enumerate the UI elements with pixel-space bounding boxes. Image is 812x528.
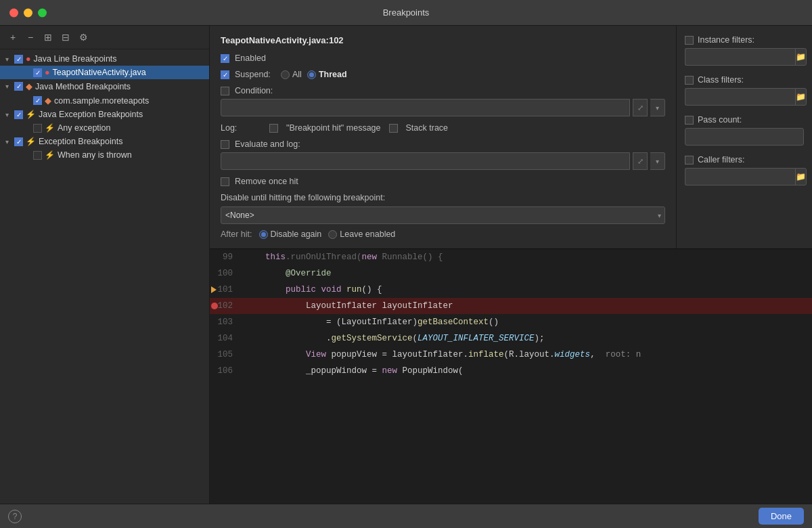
evaluate-label: Evaluate and log: xyxy=(235,139,300,149)
sample-checkbox[interactable]: ✓ xyxy=(33,96,42,105)
caller-browse-button[interactable]: 📁 xyxy=(795,168,807,185)
instance-input[interactable] xyxy=(685,48,795,66)
tree-item-sample[interactable]: ✓ ◆ com.sample.moreteapots xyxy=(0,93,209,108)
class-input-row: 📁 xyxy=(685,88,804,106)
exception-bp-checkbox[interactable]: ✓ xyxy=(14,137,23,146)
suspend-thread-radio[interactable] xyxy=(307,70,316,79)
config-title: TeapotNativeActivity.java:102 xyxy=(221,35,665,45)
after-hit-leave-radio[interactable] xyxy=(328,230,337,239)
java-method-checkbox[interactable]: ✓ xyxy=(14,82,23,91)
tree-item-any-exception[interactable]: ⚡ Any exception xyxy=(0,121,209,135)
caller-input[interactable] xyxy=(685,168,795,185)
exception-bp-label: Exception Breakpoints xyxy=(39,137,122,146)
class-filters-section: Class filters: 📁 xyxy=(685,75,804,106)
group-button[interactable]: ⊞ xyxy=(41,30,55,45)
maximize-button[interactable] xyxy=(38,8,47,17)
log-message-checkbox[interactable] xyxy=(269,124,278,133)
tree-arrow-java-line: ▾ xyxy=(5,56,12,63)
instance-input-row: 📁 xyxy=(685,48,804,66)
pass-checkbox[interactable] xyxy=(685,116,694,125)
code-line-106: 106 _popupWindow = new PopupWindow( xyxy=(210,363,812,379)
java-exception-checkbox[interactable]: ✓ xyxy=(14,110,23,119)
evaluate-input[interactable] xyxy=(221,152,630,170)
enabled-checkbox[interactable]: ✓ xyxy=(221,54,229,63)
tree-item-when-any-thrown[interactable]: ⚡ When any is thrown xyxy=(0,148,209,162)
condition-expand-button[interactable]: ⤢ xyxy=(633,99,648,116)
java-line-icon: ● xyxy=(26,54,31,64)
close-button[interactable] xyxy=(9,8,18,17)
after-hit-row: After hit: Disable again Leave enabled xyxy=(221,229,665,239)
enabled-label: Enabled xyxy=(235,53,275,63)
suspend-all-radio[interactable] xyxy=(281,70,290,79)
when-any-icon: ⚡ xyxy=(45,150,55,160)
line-num-99: 99 xyxy=(210,252,240,262)
instance-checkbox[interactable] xyxy=(685,36,694,45)
done-button[interactable]: Done xyxy=(759,508,804,525)
condition-input[interactable] xyxy=(221,99,630,116)
class-checkbox[interactable] xyxy=(685,76,694,85)
code-area: 99 this.runOnUiThread(new Runnable() { 1… xyxy=(210,248,812,528)
tree-group-java-line[interactable]: ▾ ✓ ● Java Line Breakpoints xyxy=(0,52,209,66)
remove-once-row: Remove once hit xyxy=(221,177,665,186)
filter-button[interactable]: ⊟ xyxy=(58,30,73,45)
code-line-103: 103 = (LayoutInflater)getBaseContext() xyxy=(210,314,812,330)
code-content-105: View popupView = layoutInflater.inflate(… xyxy=(240,350,641,359)
line-num-102: 102 xyxy=(210,301,240,311)
title-bar: Breakpoints xyxy=(0,0,812,26)
evaluate-checkbox[interactable] xyxy=(221,140,229,149)
java-line-checkbox[interactable]: ✓ xyxy=(14,55,23,64)
log-label: Log: xyxy=(221,123,261,133)
line-num-106: 106 xyxy=(210,366,240,376)
tree-arrow-java-exception: ▾ xyxy=(5,111,12,118)
instance-browse-button[interactable]: 📁 xyxy=(795,48,807,66)
log-stack-checkbox[interactable] xyxy=(389,124,398,133)
caller-checkbox[interactable] xyxy=(685,156,694,164)
when-any-checkbox[interactable] xyxy=(33,151,42,160)
when-any-label: When any is thrown xyxy=(58,150,132,160)
minimize-button[interactable] xyxy=(24,8,32,17)
line-num-103: 103 xyxy=(210,317,240,327)
after-hit-label: After hit: xyxy=(221,229,252,239)
help-button[interactable]: ? xyxy=(8,510,22,523)
after-hit-disable-radio[interactable] xyxy=(259,230,268,239)
disable-until-select[interactable]: <None> xyxy=(221,206,665,224)
remove-breakpoint-button[interactable]: − xyxy=(23,30,38,45)
java-exception-label: Java Exception Breakpoints xyxy=(39,110,143,119)
instance-label-row: Instance filters: xyxy=(685,35,804,45)
line-num-100: 100 xyxy=(210,269,240,278)
tree-group-java-method[interactable]: ▾ ✓ ◆ Java Method Breakpoints xyxy=(0,79,209,93)
evaluate-expand-button[interactable]: ⤢ xyxy=(633,152,648,170)
condition-checkbox[interactable] xyxy=(221,87,229,95)
evaluate-dropdown-button[interactable]: ▾ xyxy=(650,152,665,170)
caller-input-row: 📁 xyxy=(685,168,804,185)
condition-dropdown-button[interactable]: ▾ xyxy=(650,99,665,116)
tree-item-teapot[interactable]: ✓ ● TeapotNativeActivity.java xyxy=(0,66,209,79)
instance-filters-section: Instance filters: 📁 xyxy=(685,35,804,66)
class-browse-button[interactable]: 📁 xyxy=(795,88,807,106)
disable-until-label: Disable until hitting the following brea… xyxy=(221,193,665,202)
suspend-all-option[interactable]: All xyxy=(281,70,302,79)
code-line-104: 104 .getSystemService(LAYOUT_INFLATER_SE… xyxy=(210,330,812,347)
suspend-checkbox[interactable]: ✓ xyxy=(221,70,229,79)
window-title: Breakpoints xyxy=(383,7,430,18)
tree-group-java-exception[interactable]: ▾ ✓ ⚡ Java Exception Breakpoints xyxy=(0,108,209,121)
line-103-number: 103 xyxy=(217,317,233,327)
java-method-label: Java Method Breakpoints xyxy=(35,82,131,91)
class-input[interactable] xyxy=(685,88,795,106)
window-controls[interactable] xyxy=(9,8,47,17)
teapot-checkbox[interactable]: ✓ xyxy=(33,68,42,77)
main-layout: + − ⊞ ⊟ ⚙ ▾ ✓ ● Java Line Breakpoints ✓ … xyxy=(0,26,812,528)
tree-group-exception-bp[interactable]: ▾ ✓ ⚡ Exception Breakpoints xyxy=(0,135,209,148)
pass-count-input[interactable] xyxy=(685,128,804,146)
condition-section: Condition: ⤢ ▾ xyxy=(221,86,665,116)
any-exception-checkbox[interactable] xyxy=(33,124,42,133)
remove-once-checkbox[interactable] xyxy=(221,177,229,186)
sample-label: com.sample.moreteapots xyxy=(54,96,149,106)
suspend-label: Suspend: xyxy=(235,70,275,79)
after-hit-leave-option[interactable]: Leave enabled xyxy=(328,229,395,239)
java-exception-icon: ⚡ xyxy=(26,110,36,119)
add-breakpoint-button[interactable]: + xyxy=(5,30,20,45)
after-hit-disable-option[interactable]: Disable again xyxy=(259,229,322,239)
settings-button[interactable]: ⚙ xyxy=(76,30,91,45)
suspend-thread-option[interactable]: Thread xyxy=(307,70,347,79)
